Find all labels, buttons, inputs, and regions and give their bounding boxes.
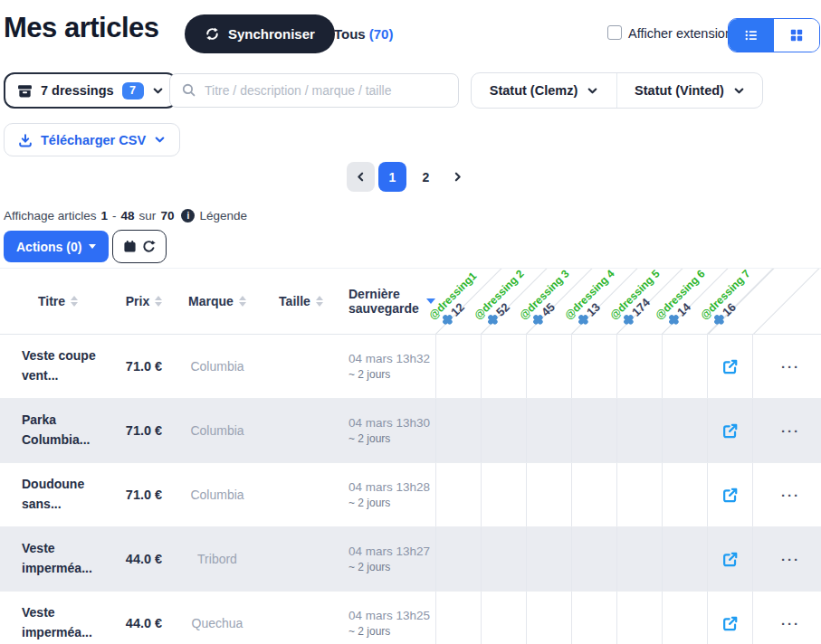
cell-dressing-6 — [662, 463, 707, 526]
open-vinted-link[interactable] — [707, 592, 753, 644]
save-date: 04 mars 13h25 — [348, 609, 430, 622]
status-vinted-dropdown[interactable]: Statut (Vinted) — [617, 73, 762, 108]
row-more-button[interactable]: ··· — [753, 527, 821, 591]
summary-total: 70 — [160, 209, 174, 223]
cell-dressing-5 — [616, 335, 662, 398]
legend-info-icon[interactable]: i — [181, 209, 195, 223]
save-ago: ~ 2 jours — [348, 561, 390, 573]
cell-price: 44.0 € — [116, 527, 172, 591]
status-clemz-dropdown[interactable]: Statut (Clemz) — [472, 73, 616, 108]
cell-dressing-5 — [616, 463, 662, 526]
refresh-icon — [205, 26, 220, 42]
cell-price: 44.0 € — [116, 592, 172, 644]
row-more-button[interactable]: ··· — [753, 463, 821, 526]
dressing-column-header: @dressing 6 14 — [662, 269, 707, 334]
dressing-column-header: @dressing 7 16 — [707, 269, 752, 334]
column-header-title[interactable]: Titre — [0, 269, 116, 334]
sort-icon — [239, 296, 246, 307]
save-ago: ~ 2 jours — [348, 625, 390, 638]
column-brand-label: Marque — [188, 294, 234, 308]
dressing-headers: @dressing1 12 @dressing 2 52 @dressing 3… — [435, 269, 821, 334]
schedule-refresh-button[interactable] — [112, 230, 167, 263]
actions-dropdown-button[interactable]: Actions (0) — [4, 231, 109, 262]
summary-range-end: 48 — [121, 209, 135, 223]
column-header-brand[interactable]: Marque — [172, 269, 263, 334]
dressing-headers-area: @dressing1 12 @dressing 2 52 @dressing 3… — [435, 269, 821, 334]
list-view-button[interactable] — [729, 19, 774, 52]
row-more-button[interactable]: ··· — [753, 335, 821, 398]
synchronize-label: Synchroniser — [228, 26, 315, 42]
dressing-column-header: @dressing 4 13 — [571, 269, 616, 334]
cell-dressing-3 — [526, 335, 571, 398]
dressing-header-rotated[interactable]: @dressing1 12 — [427, 270, 489, 331]
results-summary: Affichage articles 1 - 48 sur 70 i Légen… — [4, 209, 247, 223]
grid-view-button[interactable] — [774, 19, 819, 52]
synchronize-button[interactable]: Synchroniser — [185, 14, 335, 53]
status-clemz-label: Statut (Clemz) — [490, 83, 578, 98]
open-vinted-link[interactable] — [707, 335, 753, 398]
save-ago: ~ 2 jours — [348, 497, 390, 509]
row-more-button[interactable]: ··· — [753, 592, 821, 644]
chevron-down-icon — [587, 85, 598, 97]
save-date: 04 mars 13h28 — [348, 480, 430, 494]
column-header-size[interactable]: Taille — [263, 269, 339, 334]
chevron-down-icon — [733, 85, 745, 97]
sort-icon — [71, 296, 78, 307]
column-header-price[interactable]: Prix — [116, 269, 172, 334]
column-last-save-label: Dernière sauvegarde — [348, 287, 421, 316]
cell-dressing-6 — [662, 399, 707, 462]
search-icon — [181, 82, 196, 101]
cell-dressing-1 — [435, 527, 481, 591]
cell-dressing-4 — [571, 399, 616, 462]
save-ago: ~ 2 jours — [348, 368, 390, 381]
cell-dressing-5 — [616, 527, 662, 591]
cell-dressing-2 — [481, 527, 526, 591]
legend-label[interactable]: Légende — [199, 209, 247, 223]
summary-prefix: Affichage articles — [4, 209, 97, 223]
chevron-left-icon — [355, 171, 367, 183]
column-size-label: Taille — [279, 294, 310, 308]
view-mode-toggle — [728, 18, 820, 52]
show-extension-checkbox[interactable] — [607, 25, 622, 40]
cell-dressing-3 — [526, 527, 571, 591]
cell-title: Veste imperméa... — [0, 592, 116, 644]
download-csv-button[interactable]: Télécharger CSV — [4, 123, 180, 156]
filter-all-tab[interactable]: Tous(70) — [334, 26, 393, 42]
table-row: Veste imperméa... 44.0 € Tribord 04 mars… — [0, 527, 821, 592]
caret-down-icon — [89, 244, 96, 249]
row-more-button[interactable]: ··· — [753, 399, 821, 462]
external-link-icon — [721, 615, 739, 632]
cell-price: 71.0 € — [116, 399, 172, 462]
status-filters-group: Statut (Clemz) Statut (Vinted) — [471, 72, 763, 109]
column-header-last-save[interactable]: Dernière sauvegarde — [339, 269, 435, 334]
cell-dressing-4 — [571, 335, 616, 398]
external-link-icon — [721, 358, 739, 375]
pagination-page-2[interactable]: 2 — [412, 162, 440, 192]
table-body: Veste coupe vent... 71.0 € Columbia 04 m… — [0, 335, 821, 644]
dressings-count-badge: 7 — [122, 82, 144, 99]
cell-dressing-1 — [435, 592, 481, 644]
dressings-dropdown[interactable]: 7 dressings 7 — [4, 72, 177, 109]
pagination-next-button[interactable] — [444, 162, 472, 192]
actions-label: Actions (0) — [16, 240, 81, 254]
pagination-page-1[interactable]: 1 — [378, 162, 406, 192]
cell-dressing-1 — [435, 399, 481, 462]
open-vinted-link[interactable] — [707, 527, 753, 591]
cell-price: 71.0 € — [116, 463, 172, 526]
cell-dressing-2 — [481, 399, 526, 462]
page-title: Mes articles — [4, 12, 159, 44]
search-input[interactable] — [169, 73, 459, 108]
open-vinted-link[interactable] — [707, 463, 753, 526]
cell-dressing-2 — [481, 592, 526, 644]
cell-size — [263, 463, 339, 526]
pagination-prev-button[interactable] — [347, 162, 375, 192]
cell-dressing-3 — [526, 463, 571, 526]
summary-range-start: 1 — [101, 209, 109, 223]
open-vinted-link[interactable] — [707, 399, 753, 462]
cell-dressing-2 — [481, 463, 526, 526]
save-date: 04 mars 13h30 — [348, 416, 430, 430]
summary-range-separator: - — [112, 209, 117, 223]
dressing-header-rotated[interactable]: @dressing 7 16 — [699, 268, 762, 331]
chevron-down-icon — [154, 134, 166, 146]
save-date: 04 mars 13h27 — [348, 545, 430, 558]
